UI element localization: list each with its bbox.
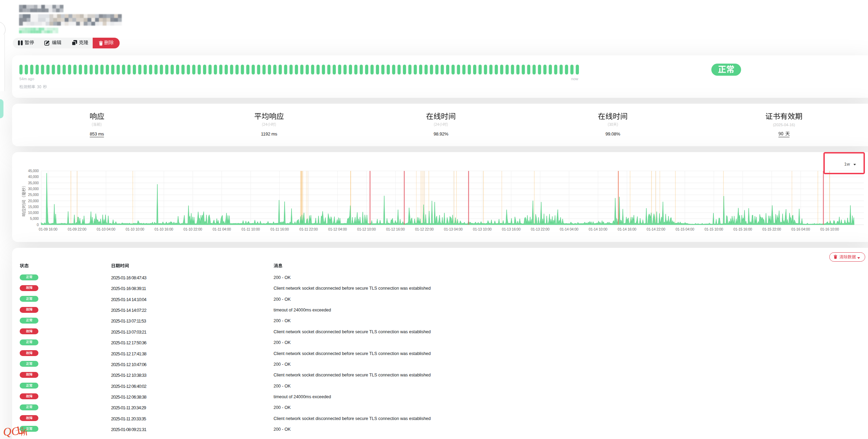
svg-text:10,000: 10,000	[28, 211, 39, 215]
svg-text:01-13 04:00: 01-13 04:00	[444, 227, 463, 231]
svg-text:01-16 10:00: 01-16 10:00	[820, 227, 839, 231]
svg-text:15,000: 15,000	[28, 205, 39, 209]
svg-text:01-13 10:00: 01-13 10:00	[473, 227, 492, 231]
svg-text:01-12 10:00: 01-12 10:00	[357, 227, 376, 231]
svg-text:01-15 16:00: 01-15 16:00	[733, 227, 752, 231]
svg-text:01-14 10:00: 01-14 10:00	[589, 227, 607, 231]
svg-text:40,000: 40,000	[28, 175, 39, 179]
svg-text:01-12 04:00: 01-12 04:00	[328, 227, 347, 231]
svg-text:01-12 22:00: 01-12 22:00	[415, 227, 434, 231]
svg-text:01-15 22:00: 01-15 22:00	[763, 227, 781, 231]
svg-text:01-15 10:00: 01-15 10:00	[704, 227, 723, 231]
svg-text:30,000: 30,000	[28, 187, 39, 191]
svg-text:01-10 10:00: 01-10 10:00	[126, 227, 144, 231]
svg-text:01-11 04:00: 01-11 04:00	[213, 227, 231, 231]
svg-text:01-16 04:00: 01-16 04:00	[791, 227, 810, 231]
svg-text:01-13 16:00: 01-13 16:00	[502, 227, 520, 231]
svg-text:01-14 16:00: 01-14 16:00	[618, 227, 636, 231]
svg-text:01-11 16:00: 01-11 16:00	[270, 227, 289, 231]
svg-text:01-10 16:00: 01-10 16:00	[155, 227, 173, 231]
svg-text:01-15 04:00: 01-15 04:00	[675, 227, 694, 231]
svg-text:01-09 22:00: 01-09 22:00	[68, 227, 86, 231]
svg-text:01-13 22:00: 01-13 22:00	[531, 227, 550, 231]
svg-text:01-14 22:00: 01-14 22:00	[647, 227, 665, 231]
svg-text:5,000: 5,000	[30, 216, 39, 221]
svg-text:45,000: 45,000	[28, 169, 39, 173]
svg-text:01-11 10:00: 01-11 10:00	[241, 227, 260, 231]
svg-text:20,000: 20,000	[28, 199, 39, 203]
svg-text:01-10 04:00: 01-10 04:00	[96, 227, 115, 231]
svg-text:01-09 16:00: 01-09 16:00	[39, 227, 57, 231]
svg-text:35,000: 35,000	[28, 181, 39, 185]
svg-text:01-14 04:00: 01-14 04:00	[560, 227, 579, 231]
svg-text:01-12 16:00: 01-12 16:00	[386, 227, 405, 231]
svg-text:25,000: 25,000	[28, 193, 39, 197]
svg-text:0: 0	[37, 223, 39, 227]
svg-text:01-10 22:00: 01-10 22:00	[184, 227, 202, 231]
svg-text:01-11 22:00: 01-11 22:00	[299, 227, 318, 231]
